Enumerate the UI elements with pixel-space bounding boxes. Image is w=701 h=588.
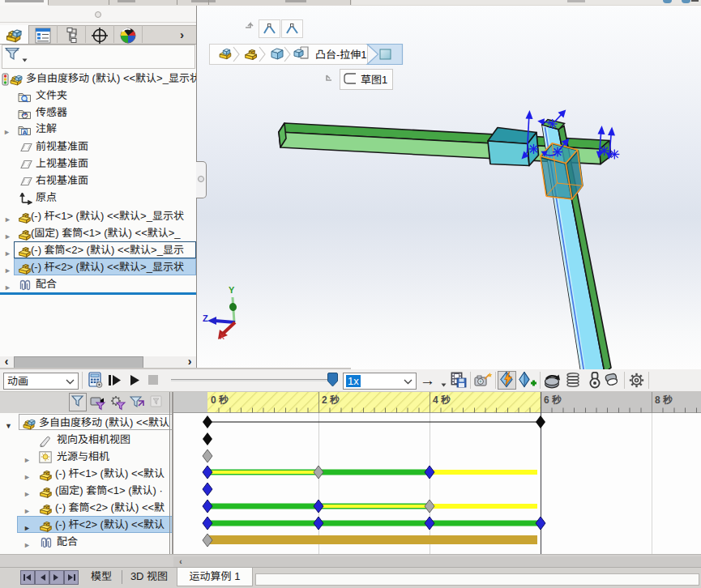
svg-text:2 秒: 2 秒 xyxy=(322,394,340,406)
svg-text:0 秒: 0 秒 xyxy=(211,394,229,406)
svg-text:Z: Z xyxy=(203,313,208,323)
svg-text:8 秒: 8 秒 xyxy=(655,394,673,406)
svg-text:6 秒: 6 秒 xyxy=(544,394,562,406)
svg-text:x: x xyxy=(220,330,224,342)
svg-text:A: A xyxy=(23,129,28,136)
svg-text:凸台-拉伸1: 凸台-拉伸1 xyxy=(315,49,367,61)
svg-text:4 秒: 4 秒 xyxy=(433,394,451,406)
svg-text:Y: Y xyxy=(229,285,235,295)
svg-text:草图1: 草图1 xyxy=(361,74,387,86)
